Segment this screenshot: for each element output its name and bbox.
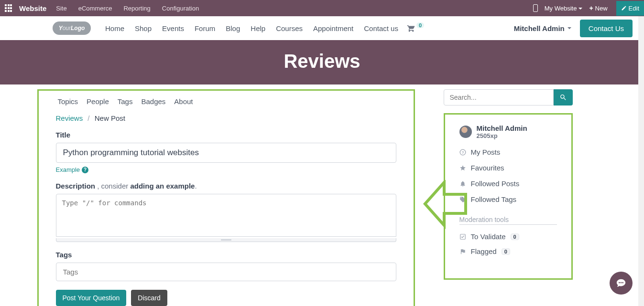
example-link[interactable]: Example ? — [56, 166, 89, 173]
flag-icon — [459, 248, 466, 255]
svg-text:?: ? — [461, 150, 464, 154]
admin-brand[interactable]: Website — [19, 4, 46, 12]
breadcrumb-reviews[interactable]: Reviews — [56, 114, 83, 122]
apps-icon[interactable] — [4, 3, 13, 13]
nav-home[interactable]: Home — [105, 24, 124, 32]
search-button[interactable] — [554, 89, 573, 106]
contact-us-button[interactable]: Contact Us — [580, 20, 633, 37]
chat-fab[interactable] — [610, 272, 633, 295]
editor-resize-handle[interactable] — [56, 238, 396, 242]
forum-nav-people[interactable]: People — [87, 97, 109, 106]
forum-nav-topics[interactable]: Topics — [58, 97, 78, 106]
sidebar-followed-tags[interactable]: Followed Tags — [459, 195, 557, 203]
nav-forum[interactable]: Forum — [195, 24, 215, 32]
description-editor[interactable] — [56, 194, 396, 237]
nav-courses[interactable]: Courses — [276, 24, 303, 32]
mod-flagged[interactable]: Flagged 0 — [459, 247, 557, 255]
help-icon: ? — [82, 167, 88, 173]
forum-nav: Topics People Tags Badges About — [56, 97, 396, 114]
sidebar-user[interactable]: Mitchell Admin 2505xp — [459, 124, 557, 139]
cart-link[interactable]: 0 — [407, 24, 424, 32]
breadcrumb-current: New Post — [95, 114, 125, 122]
moderation-tools-title: Moderation tools — [459, 216, 557, 225]
sidebar-user-xp: 2505xp — [477, 132, 527, 139]
nav-blog[interactable]: Blog — [226, 24, 240, 32]
nav-contact-us[interactable]: Contact us — [364, 24, 398, 32]
new-post-form-box: Topics People Tags Badges About Reviews … — [37, 89, 415, 306]
admin-menu-reporting[interactable]: Reporting — [123, 5, 150, 12]
new-button[interactable]: +New — [589, 4, 607, 12]
title-label: Title — [56, 131, 396, 139]
post-question-button[interactable]: Post Your Question — [56, 290, 127, 306]
chat-icon — [616, 278, 626, 288]
discard-button[interactable]: Discard — [131, 290, 167, 306]
mobile-preview-icon[interactable] — [533, 4, 538, 12]
scrollbar[interactable] — [638, 16, 644, 306]
nav-events[interactable]: Events — [162, 24, 184, 32]
search-icon — [559, 94, 567, 101]
annotation-arrow — [423, 180, 470, 232]
check-square-icon — [459, 233, 466, 240]
forum-nav-about[interactable]: About — [174, 97, 193, 106]
cart-icon — [407, 24, 415, 32]
search-input[interactable] — [444, 89, 554, 106]
forum-nav-tags[interactable]: Tags — [118, 97, 133, 106]
admin-menu: Site eCommerce Reporting Configuration — [56, 5, 199, 12]
tags-input[interactable] — [56, 263, 396, 281]
sidebar-user-name: Mitchell Admin — [477, 124, 527, 132]
sidebar-links: ? My Posts Favourites Followed Posts Fol… — [459, 148, 557, 203]
user-menu[interactable]: Mitchell Admin — [514, 24, 571, 32]
sidebar-favourites[interactable]: Favourites — [459, 164, 557, 172]
cart-count-badge: 0 — [416, 22, 424, 28]
star-icon — [459, 165, 466, 171]
sidebar-followed-posts[interactable]: Followed Posts — [459, 179, 557, 188]
site-logo[interactable]: YourLogo — [53, 21, 91, 35]
flagged-count: 0 — [502, 248, 510, 255]
nav-help[interactable]: Help — [251, 24, 265, 32]
to-validate-count: 0 — [511, 233, 519, 240]
page-title: Reviews — [0, 51, 644, 72]
admin-menu-configuration[interactable]: Configuration — [162, 5, 199, 12]
admin-menu-ecommerce[interactable]: eCommerce — [78, 5, 112, 12]
admin-bar: Website Site eCommerce Reporting Configu… — [0, 0, 644, 16]
site-nav-links: Home Shop Events Forum Blog Help Courses… — [105, 24, 398, 32]
site-nav: YourLogo Home Shop Events Forum Blog Hel… — [0, 16, 644, 40]
forum-nav-badges[interactable]: Badges — [141, 97, 165, 106]
avatar — [459, 126, 472, 138]
mod-to-validate[interactable]: To Validate 0 — [459, 232, 557, 241]
nav-appointment[interactable]: Appointment — [313, 24, 353, 32]
pencil-icon — [621, 5, 627, 11]
search-row — [444, 89, 573, 106]
my-website-dropdown[interactable]: My Website — [545, 5, 583, 12]
description-label: Description , consider adding an example… — [56, 182, 396, 190]
title-input[interactable] — [56, 143, 396, 163]
admin-menu-site[interactable]: Site — [56, 5, 66, 12]
breadcrumb: Reviews / New Post — [56, 114, 396, 122]
tags-label: Tags — [56, 251, 396, 259]
page-banner: Reviews — [0, 40, 644, 84]
sidebar-my-posts[interactable]: ? My Posts — [459, 148, 557, 156]
question-circle-icon: ? — [459, 149, 466, 156]
edit-button[interactable]: Edit — [616, 1, 644, 16]
nav-shop[interactable]: Shop — [135, 24, 152, 32]
